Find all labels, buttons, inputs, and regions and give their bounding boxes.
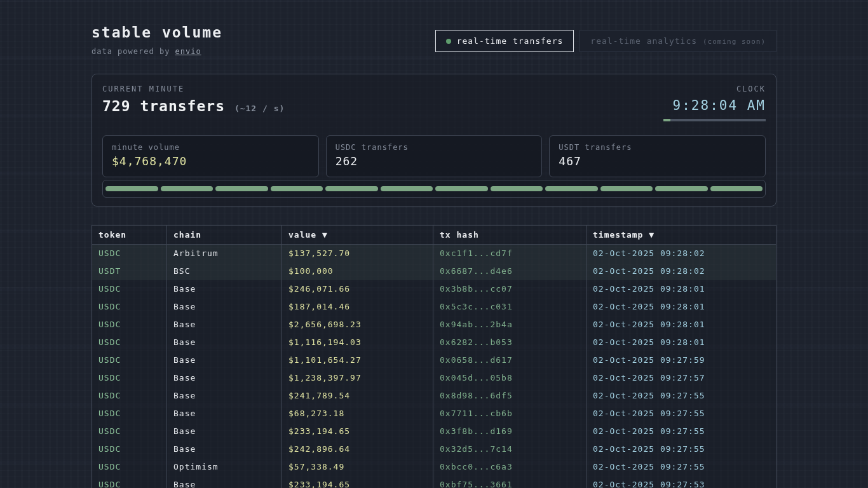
value: $137,527.70 [282, 245, 433, 262]
chain: Base [167, 369, 282, 387]
token: USDC [92, 440, 167, 458]
stat-label: USDC transfers [336, 143, 533, 152]
column-header-token[interactable]: token [92, 226, 167, 245]
live-status-dot-icon [446, 39, 451, 44]
transfers-table-wrap: tokenchainvalue ▼tx hashtimestamp ▼ USDC… [92, 225, 776, 488]
chain: Base [167, 423, 282, 440]
minute-volume-card: minute volume $4,768,470 [102, 135, 319, 177]
tab-realtime-transfers[interactable]: real-time transfers [435, 30, 574, 52]
tx-hash-link[interactable]: 0xbcc0...c6a3 [433, 458, 587, 476]
clock-block: CLOCK 9:28:04 AM [663, 85, 766, 121]
token: USDC [92, 476, 167, 488]
volume-segment [435, 186, 488, 191]
tx-hash-link[interactable]: 0x045d...05b8 [433, 369, 587, 387]
timestamp: 02-Oct-2025 09:27:59 [587, 351, 776, 369]
table-row: USDCBase$233,194.650xbf75...366102-Oct-2… [92, 476, 776, 488]
stat-value: 467 [559, 154, 756, 168]
current-minute-card: CURRENT MINUTE 729 transfers (~12 / s) C… [92, 74, 776, 207]
tx-hash-link[interactable]: 0x5c3c...c031 [433, 298, 587, 316]
token: USDC [92, 351, 167, 369]
transfers-table: tokenchainvalue ▼tx hashtimestamp ▼ USDC… [92, 225, 776, 488]
timestamp: 02-Oct-2025 09:27:57 [587, 369, 776, 387]
token: USDT [92, 262, 167, 280]
tx-hash-link[interactable]: 0x6282...b053 [433, 334, 587, 351]
tab-realtime-analytics[interactable]: real-time analytics (coming soon) [580, 30, 776, 52]
minute-progress-bar [663, 119, 766, 121]
value: $100,000 [282, 262, 433, 280]
table-row: USDCArbitrum$137,527.700xc1f1...cd7f02-O… [92, 245, 776, 262]
stat-label: minute volume [112, 143, 309, 152]
usdt-transfers-card: USDT transfers 467 [549, 135, 766, 177]
value: $1,238,397.97 [282, 369, 433, 387]
timestamp: 02-Oct-2025 09:27:55 [587, 440, 776, 458]
envio-link[interactable]: envio [175, 47, 201, 56]
value: $1,101,654.27 [282, 351, 433, 369]
chain: Base [167, 298, 282, 316]
volume-segment-bar [102, 180, 766, 198]
token: USDC [92, 458, 167, 476]
value: $187,014.46 [282, 298, 433, 316]
column-header-tx-hash[interactable]: tx hash [433, 226, 587, 245]
tx-hash-link[interactable]: 0x94ab...2b4a [433, 316, 587, 334]
chain: Arbitrum [167, 245, 282, 262]
timestamp: 02-Oct-2025 09:28:01 [587, 280, 776, 298]
timestamp: 02-Oct-2025 09:28:02 [587, 262, 776, 280]
volume-segment [105, 186, 158, 191]
tx-hash-link[interactable]: 0xbf75...3661 [433, 476, 587, 488]
tx-hash-link[interactable]: 0x32d5...7c14 [433, 440, 587, 458]
column-header-chain[interactable]: chain [167, 226, 282, 245]
stats-top-row: CURRENT MINUTE 729 transfers (~12 / s) C… [102, 85, 766, 121]
token: USDC [92, 245, 167, 262]
token: USDC [92, 334, 167, 351]
token: USDC [92, 316, 167, 334]
table-row: USDTBSC$100,0000x6687...d4e602-Oct-2025 … [92, 262, 776, 280]
timestamp: 02-Oct-2025 09:27:55 [587, 405, 776, 423]
value: $233,194.65 [282, 476, 433, 488]
tab-label: real-time analytics [590, 36, 697, 46]
page-title: stable volume [92, 24, 222, 41]
volume-segment [600, 186, 653, 191]
value: $242,896.64 [282, 440, 433, 458]
chain: Base [167, 280, 282, 298]
chain: Base [167, 405, 282, 423]
table-row: USDCBase$242,896.640x32d5...7c1402-Oct-2… [92, 440, 776, 458]
timestamp: 02-Oct-2025 09:28:01 [587, 298, 776, 316]
token: USDC [92, 369, 167, 387]
current-minute-label: CURRENT MINUTE [102, 85, 285, 93]
tx-hash-link[interactable]: 0x0658...d617 [433, 351, 587, 369]
transfers-count-value: 729 transfers [102, 98, 225, 114]
volume-segment [710, 186, 763, 191]
tx-hash-link[interactable]: 0x3f8b...d169 [433, 423, 587, 440]
column-header-value[interactable]: value ▼ [282, 226, 433, 245]
volume-segment [271, 186, 323, 191]
table-row: USDCBase$233,194.650x3f8b...d16902-Oct-2… [92, 423, 776, 440]
coming-soon-badge: (coming soon) [703, 37, 766, 46]
minute-progress-fill [663, 119, 670, 121]
table-header-row: tokenchainvalue ▼tx hashtimestamp ▼ [92, 226, 776, 245]
usdc-transfers-card: USDC transfers 262 [326, 135, 543, 177]
value: $57,338.49 [282, 458, 433, 476]
tx-hash-link[interactable]: 0x6687...d4e6 [433, 262, 587, 280]
timestamp: 02-Oct-2025 09:28:02 [587, 245, 776, 262]
column-header-timestamp[interactable]: timestamp ▼ [587, 226, 776, 245]
timestamp: 02-Oct-2025 09:28:01 [587, 334, 776, 351]
tx-hash-link[interactable]: 0xc1f1...cd7f [433, 245, 587, 262]
clock-time: 9:28:04 AM [663, 98, 766, 113]
timestamp: 02-Oct-2025 09:27:55 [587, 458, 776, 476]
volume-segment [545, 186, 598, 191]
table-row: USDCBase$1,101,654.270x0658...d61702-Oct… [92, 351, 776, 369]
stat-sub-cards: minute volume $4,768,470 USDC transfers … [102, 135, 766, 177]
tx-hash-link[interactable]: 0x7711...cb6b [433, 405, 587, 423]
timestamp: 02-Oct-2025 09:27:53 [587, 476, 776, 488]
table-row: USDCBase$187,014.460x5c3c...c03102-Oct-2… [92, 298, 776, 316]
tx-hash-link[interactable]: 0x3b8b...cc07 [433, 280, 587, 298]
tx-hash-link[interactable]: 0x8d98...6df5 [433, 387, 587, 405]
table-row: USDCBase$246,071.660x3b8b...cc0702-Oct-2… [92, 280, 776, 298]
table-row: USDCBase$1,238,397.970x045d...05b802-Oct… [92, 369, 776, 387]
chain: Base [167, 351, 282, 369]
timestamp: 02-Oct-2025 09:27:55 [587, 423, 776, 440]
stat-value: $4,768,470 [112, 154, 309, 168]
chain: Base [167, 334, 282, 351]
chain: Optimism [167, 458, 282, 476]
value: $68,273.18 [282, 405, 433, 423]
